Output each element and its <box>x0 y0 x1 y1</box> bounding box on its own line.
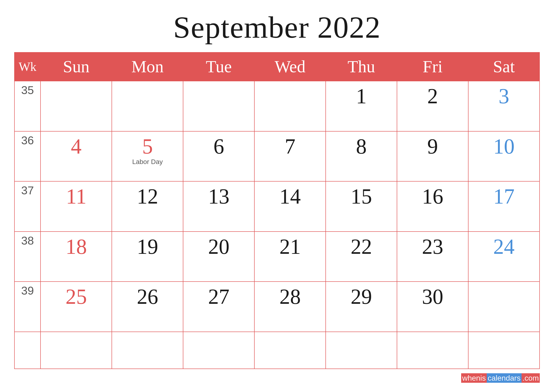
day-number: 5 <box>142 136 153 157</box>
header-sat: Sat <box>468 52 540 81</box>
day-number: 2 <box>427 85 438 107</box>
day-cell: 10 <box>468 131 540 182</box>
wk-cell-6 <box>14 332 41 369</box>
day-number: 29 <box>351 286 372 307</box>
header-tue: Tue <box>183 52 254 81</box>
day-cell: 3 <box>468 81 540 131</box>
day-cell: 30 <box>397 281 468 332</box>
day-cell: 1 <box>326 81 397 131</box>
header-wk: Wk <box>14 52 41 81</box>
day-cell <box>468 281 540 332</box>
day-cell: 7 <box>254 131 326 182</box>
day-number: 13 <box>208 186 229 207</box>
day-cell: 2 <box>397 81 468 131</box>
day-cell <box>41 332 112 369</box>
day-cell: 12 <box>112 181 183 231</box>
page-title: September 2022 <box>173 9 381 45</box>
day-cell <box>397 332 468 369</box>
day-cell <box>112 332 183 369</box>
day-cell: 25 <box>41 281 112 332</box>
day-cell: 16 <box>397 181 468 231</box>
day-cell: 29 <box>326 281 397 332</box>
footer: wheniscalendars.com <box>14 369 540 383</box>
week-row-1: 35123 <box>14 81 540 131</box>
day-cell <box>41 81 112 131</box>
watermark-calendars: calendars <box>487 373 522 383</box>
day-number: 6 <box>213 136 224 157</box>
day-number: 22 <box>351 236 372 257</box>
week-row-3: 3711121314151617 <box>14 181 540 231</box>
day-cell: 8 <box>326 131 397 182</box>
header-fri: Fri <box>397 52 468 81</box>
wk-cell-5: 39 <box>14 281 41 332</box>
calendar-wrapper: Wk Sun Mon Tue Wed Thu Fri Sat 351233645… <box>14 52 540 369</box>
day-cell: 6 <box>183 131 254 182</box>
day-number: 8 <box>356 136 367 157</box>
watermark-when: whenis <box>461 373 487 383</box>
day-cell <box>183 81 254 131</box>
day-number: 25 <box>66 286 87 307</box>
day-cell: 5Labor Day <box>112 131 183 182</box>
day-cell: 20 <box>183 231 254 282</box>
day-number: 21 <box>279 236 301 257</box>
day-cell: 11 <box>41 181 112 231</box>
day-number: 30 <box>422 286 443 307</box>
day-number: 26 <box>137 286 158 307</box>
day-number: 11 <box>66 186 86 207</box>
header-sun: Sun <box>41 52 112 81</box>
day-number: 27 <box>208 286 229 307</box>
day-cell: 22 <box>326 231 397 282</box>
day-number: 18 <box>66 236 87 257</box>
day-cell <box>183 332 254 369</box>
wk-cell-1: 35 <box>14 81 41 131</box>
wk-cell-3: 37 <box>14 181 41 231</box>
day-cell <box>112 81 183 131</box>
day-cell: 9 <box>397 131 468 182</box>
day-cell <box>468 332 540 369</box>
wk-cell-2: 36 <box>14 131 41 182</box>
day-number: 7 <box>285 136 295 157</box>
day-number: 4 <box>71 136 82 157</box>
day-number: 3 <box>499 85 509 107</box>
day-number: 12 <box>137 186 158 207</box>
week-row-6 <box>14 332 540 369</box>
day-number: 9 <box>427 136 438 157</box>
header-row: Wk Sun Mon Tue Wed Thu Fri Sat <box>14 52 540 81</box>
day-number: 10 <box>493 136 514 157</box>
day-number: 17 <box>493 186 514 207</box>
day-cell: 4 <box>41 131 112 182</box>
day-cell: 18 <box>41 231 112 282</box>
watermark-com: .com <box>522 373 540 383</box>
day-cell: 19 <box>112 231 183 282</box>
day-number: 20 <box>208 236 229 257</box>
day-cell: 23 <box>397 231 468 282</box>
holiday-label: Labor Day <box>132 158 163 166</box>
day-cell: 17 <box>468 181 540 231</box>
day-cell: 14 <box>254 181 326 231</box>
day-cell: 15 <box>326 181 397 231</box>
day-cell: 26 <box>112 281 183 332</box>
day-cell: 21 <box>254 231 326 282</box>
day-number: 19 <box>137 236 158 257</box>
day-cell: 27 <box>183 281 254 332</box>
week-row-5: 39252627282930 <box>14 281 540 332</box>
day-number: 24 <box>493 236 514 257</box>
day-cell: 13 <box>183 181 254 231</box>
week-row-2: 3645Labor Day678910 <box>14 131 540 182</box>
day-cell <box>254 81 326 131</box>
day-cell <box>254 332 326 369</box>
day-number: 14 <box>279 186 301 207</box>
header-mon: Mon <box>112 52 183 81</box>
day-number: 16 <box>422 186 443 207</box>
week-row-4: 3818192021222324 <box>14 231 540 282</box>
calendar-table: Wk Sun Mon Tue Wed Thu Fri Sat 351233645… <box>14 52 540 369</box>
day-cell <box>326 332 397 369</box>
header-thu: Thu <box>326 52 397 81</box>
day-number: 28 <box>279 286 301 307</box>
header-wed: Wed <box>254 52 326 81</box>
wk-cell-4: 38 <box>14 231 41 282</box>
day-cell: 28 <box>254 281 326 332</box>
day-number: 23 <box>422 236 443 257</box>
day-number: 1 <box>356 85 367 107</box>
day-cell: 24 <box>468 231 540 282</box>
